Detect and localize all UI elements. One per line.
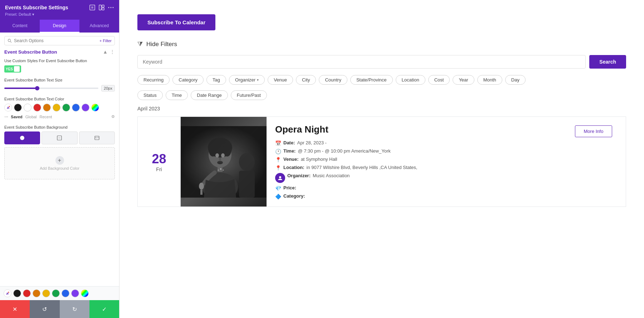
tab-advanced[interactable]: Advanced bbox=[79, 20, 119, 33]
chip-day[interactable]: Day bbox=[505, 75, 526, 85]
color-swatch-black[interactable] bbox=[14, 104, 22, 111]
chip-future-past[interactable]: Future/Past bbox=[231, 90, 267, 100]
chip-organizer[interactable]: Organizer▾ bbox=[229, 75, 265, 85]
category-icon: 🔷 bbox=[275, 194, 281, 199]
color-tab-global[interactable]: Global bbox=[25, 115, 37, 119]
add-background-color[interactable]: + Add Background Color bbox=[4, 147, 115, 179]
bottom-swatch-purple[interactable] bbox=[71, 289, 79, 297]
chip-year[interactable]: Year bbox=[453, 75, 474, 85]
color-swatch-purple[interactable] bbox=[82, 104, 89, 111]
keyword-row: Search bbox=[137, 55, 626, 69]
color-tab-saved[interactable]: Saved bbox=[11, 115, 22, 119]
cancel-button[interactable]: ✕ bbox=[0, 300, 30, 318]
search-options-input[interactable] bbox=[14, 38, 97, 43]
color-swatch-white[interactable] bbox=[24, 104, 31, 111]
event-day-number: 28 bbox=[152, 151, 166, 167]
bottom-color-picker-icon[interactable] bbox=[4, 289, 11, 297]
date-label: Date: bbox=[283, 140, 295, 145]
filter-button[interactable]: + Filter bbox=[99, 39, 112, 43]
color-gear-icon[interactable]: ⚙ bbox=[111, 114, 115, 119]
color-picker-icon[interactable] bbox=[4, 104, 12, 111]
chip-city[interactable]: City bbox=[296, 75, 316, 85]
color-swatch-red[interactable] bbox=[33, 104, 41, 111]
layout-icon[interactable] bbox=[98, 4, 105, 11]
price-label: Price: bbox=[283, 185, 296, 190]
chip-country[interactable]: Country bbox=[319, 75, 347, 85]
search-bar: + Filter bbox=[4, 36, 115, 45]
hide-filters-row[interactable]: ⧩ Hide Filters bbox=[137, 40, 626, 48]
confirm-button[interactable]: ✓ bbox=[89, 300, 119, 318]
slider-thumb[interactable] bbox=[35, 86, 39, 90]
color-swatch-yellow[interactable] bbox=[53, 104, 60, 111]
color-swatch-green[interactable] bbox=[62, 104, 70, 111]
bottom-swatch-black[interactable] bbox=[13, 289, 21, 297]
panel-tabs: Content Design Advanced bbox=[0, 20, 119, 33]
organizer-avatar bbox=[275, 173, 285, 183]
svg-point-5 bbox=[108, 7, 109, 8]
color-swatch-orange[interactable] bbox=[43, 104, 51, 111]
chip-location[interactable]: Location bbox=[396, 75, 425, 85]
chip-status[interactable]: Status bbox=[137, 90, 163, 100]
panel-title-text: Events Subscribe Settings bbox=[5, 5, 68, 10]
meta-price-row: 💎 Price: bbox=[275, 185, 553, 191]
svg-point-6 bbox=[111, 7, 112, 8]
tab-design[interactable]: Design bbox=[40, 20, 79, 33]
bottom-swatch-red[interactable] bbox=[23, 289, 31, 297]
bottom-swatch-yellow[interactable] bbox=[42, 289, 50, 297]
collapse-icon[interactable]: ▲ bbox=[103, 49, 108, 55]
chip-time[interactable]: Time bbox=[166, 90, 188, 100]
chip-tag[interactable]: Tag bbox=[206, 75, 226, 85]
resize-icon[interactable] bbox=[89, 4, 96, 11]
section-header: Event Subscribe Button ▲ ⋮ bbox=[4, 49, 115, 55]
svg-rect-34 bbox=[239, 171, 255, 198]
svg-rect-27 bbox=[218, 167, 223, 172]
bottom-swatch-blue[interactable] bbox=[62, 289, 69, 297]
text-size-slider[interactable] bbox=[4, 88, 98, 89]
more-info-button[interactable]: More Info bbox=[575, 125, 613, 137]
event-card: 28 Fri bbox=[137, 116, 626, 207]
chip-cost[interactable]: Cost bbox=[428, 75, 450, 85]
clock-icon: 🕐 bbox=[275, 149, 281, 154]
event-image bbox=[181, 117, 267, 207]
chip-category[interactable]: Category bbox=[172, 75, 204, 85]
chip-venue[interactable]: Venue bbox=[268, 75, 293, 85]
redo-button[interactable]: ↻ bbox=[60, 300, 89, 318]
bottom-swatch-orange[interactable] bbox=[33, 289, 40, 297]
bottom-swatch-green[interactable] bbox=[52, 289, 60, 297]
color-swatch-custom[interactable] bbox=[91, 104, 99, 111]
more-options-icon[interactable] bbox=[108, 4, 114, 11]
reset-button[interactable]: ↺ bbox=[30, 300, 59, 318]
toggle-yes-label: YES bbox=[6, 67, 13, 71]
svg-point-24 bbox=[221, 153, 225, 158]
bg-type-image[interactable] bbox=[79, 131, 115, 144]
tab-content[interactable]: Content bbox=[0, 20, 40, 33]
section-more-icon[interactable]: ⋮ bbox=[110, 49, 115, 55]
custom-styles-toggle[interactable]: YES bbox=[4, 65, 21, 73]
meta-venue-row: 📍 Venue: at Symphony Hall bbox=[275, 156, 553, 163]
more-colors-dots[interactable]: ··· bbox=[4, 114, 8, 120]
chip-state-province[interactable]: State/Province bbox=[350, 75, 393, 85]
panel-preset[interactable]: Preset: Default bbox=[5, 12, 114, 17]
filter-funnel-icon: ⧩ bbox=[137, 40, 143, 48]
svg-rect-1 bbox=[91, 6, 93, 9]
color-tab-recent[interactable]: Recent bbox=[40, 115, 52, 119]
chip-recurring[interactable]: Recurring bbox=[137, 75, 170, 85]
search-button[interactable]: Search bbox=[589, 55, 626, 69]
svg-point-10 bbox=[9, 106, 10, 107]
bg-type-color[interactable] bbox=[4, 131, 40, 144]
venue-label: Venue: bbox=[283, 156, 299, 162]
organizer-value: Music Association bbox=[313, 173, 350, 178]
color-swatch-blue[interactable] bbox=[72, 104, 80, 111]
custom-styles-label: Use Custom Styles For Event Subscribe Bu… bbox=[4, 58, 115, 63]
toggle-row: YES bbox=[4, 65, 115, 73]
svg-rect-29 bbox=[200, 190, 203, 195]
subscribe-to-calendar-button[interactable]: Subscribe To Calendar bbox=[137, 14, 215, 30]
keyword-input[interactable] bbox=[137, 55, 586, 69]
bottom-swatch-custom[interactable] bbox=[81, 289, 89, 297]
location-value: in 9077 Wilshire Blvd, Beverly Hills ,CA… bbox=[307, 165, 418, 170]
meta-date-row: 📅 Date: Apr 28, 2023 - bbox=[275, 140, 553, 146]
chip-date-range[interactable]: Date Range bbox=[191, 90, 228, 100]
bg-type-gradient[interactable] bbox=[42, 131, 77, 144]
chip-month[interactable]: Month bbox=[477, 75, 502, 85]
text-size-value[interactable]: 20px bbox=[101, 85, 115, 91]
